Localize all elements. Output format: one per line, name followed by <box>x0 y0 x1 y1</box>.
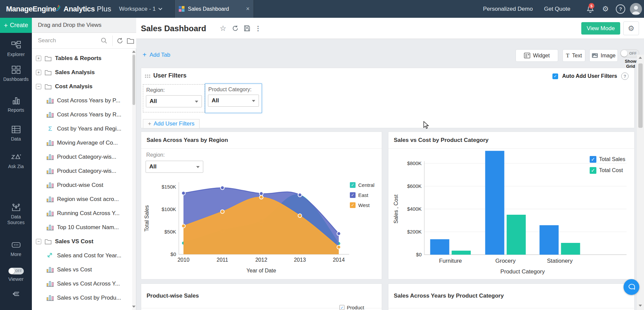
rail-item-explorer[interactable]: Explorer <box>0 40 32 57</box>
legend-checkbox-icon[interactable]: ✓ <box>590 156 596 163</box>
tab-sales-dashboard[interactable]: Sales Dashboard × <box>174 0 254 18</box>
help-icon: ? <box>616 4 625 14</box>
rail-item-data-sources[interactable]: Data Sources <box>0 202 32 225</box>
notifications-button[interactable]: 5 <box>585 0 596 18</box>
tree-item-product-wise-cost[interactable]: Product-wise Cost <box>32 178 132 192</box>
search-input[interactable] <box>38 36 100 46</box>
tree-folder-sales-vs-cost[interactable]: −Sales VS Cost <box>32 235 132 249</box>
rail-item-label: Explorer <box>0 52 32 57</box>
viewer-toggle[interactable]: OFF Viewer <box>0 268 32 282</box>
auto-add-checkbox[interactable]: ✓ <box>552 73 558 79</box>
tree-item-product-category-wis-[interactable]: Product Category-wis... <box>32 150 132 164</box>
tree-item-top-10-customer-nam-[interactable]: Top 10 Customer Nam... <box>32 220 132 235</box>
workspace-selector[interactable]: Workspace - 1 <box>119 0 162 18</box>
legend-checkbox-icon[interactable]: ✓ <box>350 202 356 208</box>
region-filter-select[interactable]: All <box>146 95 202 107</box>
scroll-down-icon[interactable] <box>132 306 136 308</box>
viewer-toggle-pill[interactable]: OFF <box>8 268 24 274</box>
rail-item-dashboards[interactable]: Dashboards <box>0 65 32 82</box>
rail-item-reports[interactable]: Reports <box>0 96 32 113</box>
tree-folder-cost-analysis[interactable]: −Cost Analysis <box>32 80 132 94</box>
svg-text:$150K: $150K <box>162 184 176 190</box>
tree-item-sales-vs-cost-by-produ-[interactable]: Sales vs Cost by Produ... <box>32 291 132 305</box>
chart-legend: ✓Central✓East✓West <box>350 182 374 212</box>
tree-item-cost-across-years-by-p-[interactable]: Cost Across Years by P... <box>32 94 132 108</box>
legend-item-total-cost[interactable]: ✓Total Cost <box>590 167 625 174</box>
reports-icon <box>0 96 32 106</box>
add-widget-button[interactable]: Widget <box>516 49 558 62</box>
tree-item-sales-and-cost-for-year-[interactable]: Sales and Cost for Year... <box>32 249 132 263</box>
bar-chart-icon <box>47 112 54 118</box>
add-tab-button[interactable]: + Add Tab <box>143 51 170 59</box>
show-grid-toggle[interactable]: OFF <box>620 49 639 57</box>
chart-panel-sales-vs-cost-by-product-category: Sales vs Cost by Product Category $0$200… <box>388 132 635 279</box>
main-scrollbar[interactable] <box>637 55 644 310</box>
add-image-button[interactable]: Image <box>589 49 618 62</box>
legend-item-east[interactable]: ✓East <box>350 192 374 198</box>
scroll-down-icon[interactable] <box>639 305 642 307</box>
add-user-filters-button[interactable]: + Add User Filters <box>143 119 200 128</box>
dashboard-settings-button[interactable]: ⚙ <box>623 21 639 35</box>
tree-item-sales-vs-cost-across-y-[interactable]: Sales vs Cost Across Y... <box>32 277 132 291</box>
collapse-icon[interactable]: − <box>36 239 41 244</box>
tree-item-label: Sales vs Cost Across Y... <box>57 280 120 287</box>
search-icon[interactable] <box>101 37 107 44</box>
add-text-button[interactable]: T Text <box>562 49 585 62</box>
collapse-icon[interactable]: − <box>36 84 41 89</box>
tree-scrollbar[interactable] <box>132 50 136 310</box>
filter-product-category[interactable]: Product Category: All <box>205 84 262 113</box>
refresh-dashboard-button[interactable] <box>232 18 239 39</box>
tree-folder-tables-reports[interactable]: +Tables & Reports <box>32 51 132 65</box>
tree-item-region-wise-cost-acro-[interactable]: Region wise Cost acro... <box>32 192 132 206</box>
auto-add-label: Auto Add User Filters <box>562 73 617 79</box>
rail-item-data[interactable]: Data <box>0 124 32 142</box>
tree-item-running-cost-across-y-[interactable]: Running Cost Across Y... <box>32 206 132 220</box>
view-mode-button[interactable]: View Mode <box>581 22 620 35</box>
checkbox-icon[interactable]: ✓ <box>339 305 344 310</box>
chat-support-button[interactable] <box>624 279 639 295</box>
workspace-label: Workspace - 1 <box>119 6 156 12</box>
scroll-up-icon[interactable] <box>639 57 642 59</box>
folder-label: Sales VS Cost <box>55 238 93 245</box>
legend-item-total-sales[interactable]: ✓Total Sales <box>590 156 625 163</box>
legend-checkbox-icon[interactable]: ✓ <box>350 182 356 188</box>
favorite-button[interactable]: ☆ <box>220 18 226 39</box>
tree-item-product-category-wis-[interactable]: Product Category-wis... <box>32 164 132 178</box>
scroll-up-icon[interactable] <box>132 51 136 53</box>
tree-item-moving-average-of-co-[interactable]: Moving Average of Co... <box>32 136 132 150</box>
drag-handle-icon[interactable] <box>145 74 151 79</box>
more-options-button[interactable]: ⋮ <box>255 18 261 39</box>
text-icon: T <box>566 52 569 59</box>
tree-item-sales-vs-cost[interactable]: Sales vs Cost <box>32 263 132 277</box>
legend-item-central[interactable]: ✓Central <box>350 182 374 188</box>
main-scrollbar-thumb[interactable] <box>638 63 643 128</box>
chart-region-filter-select[interactable]: All <box>146 161 203 173</box>
user-menu-button[interactable] <box>629 0 643 18</box>
get-quote-link[interactable]: Get Quote <box>544 0 570 18</box>
rail-item-more[interactable]: More <box>0 240 32 257</box>
legend-checkbox-icon[interactable]: ✓ <box>350 192 356 198</box>
expand-icon[interactable]: + <box>36 56 41 61</box>
collapse-sidebar-button[interactable] <box>0 291 32 298</box>
personalized-demo-link[interactable]: Personalized Demo <box>483 0 533 18</box>
refresh-icon[interactable] <box>116 37 123 44</box>
tree-scrollbar-thumb[interactable] <box>132 55 135 105</box>
folder-icon <box>45 84 52 90</box>
settings-button[interactable]: ⚙ <box>600 0 611 18</box>
legend-item-west[interactable]: ✓West <box>350 202 374 208</box>
tree-folder-sales-analysis[interactable]: +Sales Analysis <box>32 65 132 80</box>
tree-item-cost-across-years-by-r-[interactable]: Cost Across Years by R... <box>32 108 132 122</box>
create-button[interactable]: + Create <box>0 18 32 33</box>
filter-region[interactable]: Region: All <box>143 84 205 112</box>
expand-icon[interactable]: + <box>36 70 41 75</box>
help-icon[interactable]: ? <box>621 72 629 80</box>
tree-item-cost-by-years-and-regi-[interactable]: ΣCost by Years and Regi... <box>32 122 132 136</box>
folder-icon[interactable] <box>127 37 134 44</box>
tab-close-icon[interactable]: × <box>246 5 250 12</box>
legend-checkbox-icon[interactable]: ✓ <box>590 167 596 174</box>
save-button[interactable] <box>244 18 251 39</box>
rail-item-ask-zia[interactable]: Ask Zia <box>0 152 32 169</box>
product-category-filter-select[interactable]: All <box>208 95 259 107</box>
help-button[interactable]: ? <box>614 0 627 18</box>
chevron-down-icon <box>195 101 198 103</box>
